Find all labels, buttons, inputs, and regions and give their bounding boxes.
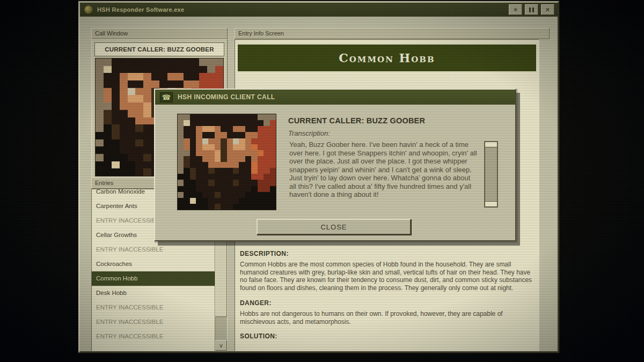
photo-pixel bbox=[245, 150, 251, 156]
photo-pixel bbox=[264, 186, 269, 192]
photo-pixel bbox=[120, 102, 128, 110]
photo-pixel bbox=[120, 58, 128, 66]
photo-pixel bbox=[245, 114, 251, 120]
photo-pixel bbox=[192, 66, 200, 73]
photo-pixel bbox=[175, 66, 184, 73]
photo-pixel bbox=[112, 102, 120, 110]
photo-pixel bbox=[143, 58, 151, 66]
photo-pixel bbox=[120, 124, 128, 132]
photo-pixel bbox=[104, 132, 112, 139]
transcription-scrollbar[interactable] bbox=[484, 141, 498, 208]
photo-pixel bbox=[215, 114, 221, 120]
photo-pixel bbox=[184, 174, 189, 180]
photo-pixel bbox=[264, 192, 269, 198]
solution-heading: SOLUTION: bbox=[240, 333, 277, 340]
photo-pixel bbox=[227, 186, 233, 192]
list-item[interactable]: ENTRY INACCESSIBLE bbox=[92, 329, 215, 344]
photo-pixel bbox=[104, 161, 112, 169]
photo-pixel bbox=[196, 204, 202, 210]
scroll-down-button[interactable]: v bbox=[215, 340, 227, 351]
photo-pixel bbox=[128, 154, 136, 161]
close-dialog-button[interactable]: CLOSE bbox=[257, 219, 411, 235]
list-item[interactable]: ENTRY INACCESSIBLE bbox=[92, 242, 215, 257]
photo-pixel bbox=[215, 204, 221, 210]
photo-pixel bbox=[196, 162, 202, 168]
photo-pixel bbox=[239, 132, 245, 138]
list-item[interactable]: Desk Hobb bbox=[92, 286, 215, 300]
photo-pixel bbox=[104, 73, 112, 80]
list-item[interactable]: Common Hobb bbox=[92, 271, 215, 286]
settings-button[interactable]: ✳ bbox=[509, 4, 522, 15]
list-item[interactable]: ENTRY INACCESSIBLE bbox=[92, 315, 215, 329]
pause-button[interactable] bbox=[525, 4, 538, 15]
photo-pixel bbox=[120, 154, 128, 161]
photo-pixel bbox=[258, 132, 264, 138]
photo-pixel bbox=[270, 174, 276, 180]
photo-pixel bbox=[233, 174, 239, 180]
photo-pixel bbox=[258, 150, 264, 156]
photo-pixel bbox=[207, 58, 215, 66]
photo-pixel bbox=[233, 144, 239, 150]
photo-pixel bbox=[251, 150, 257, 156]
photo-pixel bbox=[227, 126, 233, 132]
photo-pixel bbox=[215, 162, 221, 168]
close-window-button[interactable]: ✕ bbox=[541, 4, 554, 15]
photo-pixel bbox=[96, 73, 104, 80]
photo-pixel bbox=[258, 192, 264, 198]
photo-pixel bbox=[221, 162, 226, 168]
photo-pixel bbox=[175, 58, 184, 66]
photo-pixel bbox=[233, 192, 239, 198]
photo-pixel bbox=[178, 198, 184, 204]
photo-pixel bbox=[96, 161, 104, 169]
photo-pixel bbox=[143, 73, 151, 80]
photo-pixel bbox=[221, 132, 226, 138]
photo-pixel bbox=[112, 132, 120, 139]
photo-pixel bbox=[245, 120, 251, 126]
photo-pixel bbox=[245, 126, 251, 132]
photo-pixel bbox=[270, 138, 276, 144]
photo-pixel bbox=[96, 102, 104, 110]
photo-pixel bbox=[178, 126, 184, 132]
close-icon: ✕ bbox=[545, 7, 551, 13]
list-item[interactable]: ENTRY INACCESSIBLE bbox=[92, 300, 215, 315]
photo-pixel bbox=[233, 204, 239, 210]
photo-pixel bbox=[227, 138, 233, 144]
photo-pixel bbox=[112, 80, 120, 88]
incoming-call-dialog: ☎ HSH INCOMING CLIENT CALL CURRENT CALLE… bbox=[154, 88, 516, 241]
photo-pixel bbox=[208, 156, 214, 162]
photo-pixel bbox=[128, 73, 136, 80]
photo-pixel bbox=[112, 58, 120, 66]
photo-pixel bbox=[96, 124, 104, 132]
photo-pixel bbox=[143, 124, 151, 132]
list-item[interactable]: Cockroaches bbox=[92, 257, 215, 271]
scrollbar-thumb[interactable] bbox=[485, 147, 497, 201]
chevron-down-icon: v bbox=[220, 343, 223, 349]
photo-pixel bbox=[190, 192, 196, 198]
photo-pixel bbox=[239, 174, 245, 180]
photo-pixel bbox=[128, 102, 136, 110]
photo-pixel bbox=[104, 124, 112, 132]
pause-icon bbox=[529, 8, 534, 12]
transcription-label: Transcription: bbox=[288, 129, 330, 137]
photo-pixel bbox=[221, 138, 226, 144]
photo-pixel bbox=[112, 117, 120, 125]
photo-pixel bbox=[128, 161, 136, 169]
photo-pixel bbox=[227, 192, 233, 198]
photo-pixel bbox=[196, 198, 202, 204]
photo-pixel bbox=[190, 174, 196, 180]
photo-pixel bbox=[227, 114, 233, 120]
photo-pixel bbox=[178, 120, 184, 126]
photo-pixel bbox=[104, 66, 112, 73]
photo-pixel bbox=[190, 150, 196, 156]
photo-pixel bbox=[112, 88, 120, 95]
photo-pixel bbox=[167, 80, 175, 88]
photo-pixel bbox=[245, 132, 251, 138]
photo-pixel bbox=[178, 156, 184, 162]
call-window-header: Call Window bbox=[91, 28, 228, 39]
scrollbar-bottom-cap[interactable] bbox=[485, 201, 497, 207]
scrollbar-top-cap[interactable] bbox=[485, 142, 497, 147]
photo-pixel bbox=[233, 162, 239, 168]
photo-pixel bbox=[270, 168, 276, 174]
photo-pixel bbox=[251, 126, 257, 132]
photo-pixel bbox=[245, 162, 251, 168]
